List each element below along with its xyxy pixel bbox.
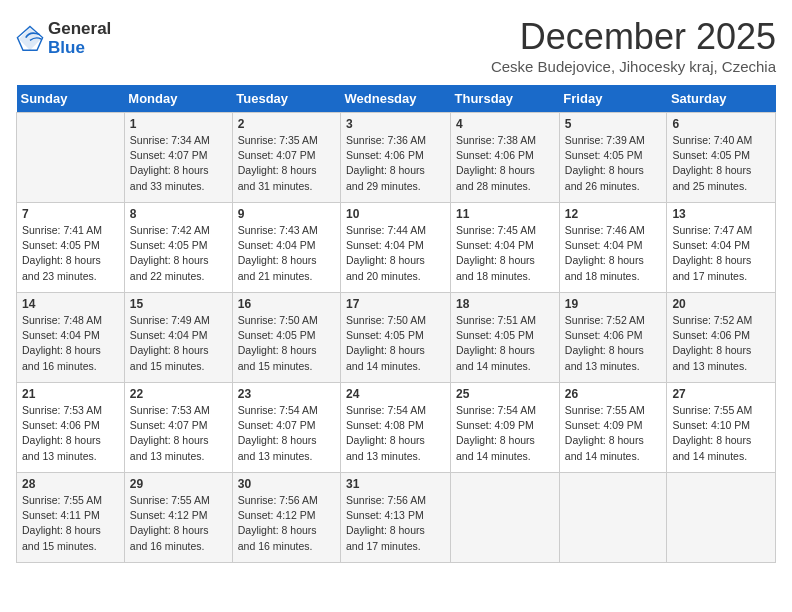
- calendar-cell: 14Sunrise: 7:48 AMSunset: 4:04 PMDayligh…: [17, 293, 125, 383]
- daylight-text: Daylight: 8 hours and 26 minutes.: [565, 163, 662, 193]
- day-number: 30: [238, 477, 335, 491]
- day-info: Sunrise: 7:55 AMSunset: 4:09 PMDaylight:…: [565, 403, 662, 464]
- calendar-week-3: 14Sunrise: 7:48 AMSunset: 4:04 PMDayligh…: [17, 293, 776, 383]
- weekday-header-tuesday: Tuesday: [232, 85, 340, 113]
- day-info: Sunrise: 7:39 AMSunset: 4:05 PMDaylight:…: [565, 133, 662, 194]
- daylight-text: Daylight: 8 hours and 28 minutes.: [456, 163, 554, 193]
- sunrise-text: Sunrise: 7:52 AM: [565, 313, 662, 328]
- sunrise-text: Sunrise: 7:55 AM: [130, 493, 227, 508]
- daylight-text: Daylight: 8 hours and 33 minutes.: [130, 163, 227, 193]
- sunrise-text: Sunrise: 7:51 AM: [456, 313, 554, 328]
- daylight-text: Daylight: 8 hours and 13 minutes.: [22, 433, 119, 463]
- calendar-week-4: 21Sunrise: 7:53 AMSunset: 4:06 PMDayligh…: [17, 383, 776, 473]
- calendar-cell: 25Sunrise: 7:54 AMSunset: 4:09 PMDayligh…: [451, 383, 560, 473]
- daylight-text: Daylight: 8 hours and 25 minutes.: [672, 163, 770, 193]
- sunset-text: Sunset: 4:06 PM: [565, 328, 662, 343]
- day-number: 24: [346, 387, 445, 401]
- sunset-text: Sunset: 4:05 PM: [22, 238, 119, 253]
- calendar-cell: 13Sunrise: 7:47 AMSunset: 4:04 PMDayligh…: [667, 203, 776, 293]
- logo-text: General Blue: [48, 20, 111, 57]
- sunrise-text: Sunrise: 7:54 AM: [238, 403, 335, 418]
- daylight-text: Daylight: 8 hours and 29 minutes.: [346, 163, 445, 193]
- calendar-cell: 15Sunrise: 7:49 AMSunset: 4:04 PMDayligh…: [124, 293, 232, 383]
- sunset-text: Sunset: 4:08 PM: [346, 418, 445, 433]
- day-info: Sunrise: 7:54 AMSunset: 4:09 PMDaylight:…: [456, 403, 554, 464]
- daylight-text: Daylight: 8 hours and 16 minutes.: [22, 343, 119, 373]
- sunrise-text: Sunrise: 7:47 AM: [672, 223, 770, 238]
- sunrise-text: Sunrise: 7:54 AM: [346, 403, 445, 418]
- sunrise-text: Sunrise: 7:42 AM: [130, 223, 227, 238]
- day-number: 27: [672, 387, 770, 401]
- day-info: Sunrise: 7:47 AMSunset: 4:04 PMDaylight:…: [672, 223, 770, 284]
- sunrise-text: Sunrise: 7:56 AM: [238, 493, 335, 508]
- main-title: December 2025: [491, 16, 776, 58]
- day-number: 5: [565, 117, 662, 131]
- day-info: Sunrise: 7:48 AMSunset: 4:04 PMDaylight:…: [22, 313, 119, 374]
- daylight-text: Daylight: 8 hours and 20 minutes.: [346, 253, 445, 283]
- sunset-text: Sunset: 4:04 PM: [565, 238, 662, 253]
- sunset-text: Sunset: 4:07 PM: [130, 418, 227, 433]
- calendar-cell: 2Sunrise: 7:35 AMSunset: 4:07 PMDaylight…: [232, 113, 340, 203]
- sunrise-text: Sunrise: 7:39 AM: [565, 133, 662, 148]
- sunset-text: Sunset: 4:10 PM: [672, 418, 770, 433]
- daylight-text: Daylight: 8 hours and 16 minutes.: [238, 523, 335, 553]
- sunrise-text: Sunrise: 7:55 AM: [565, 403, 662, 418]
- day-number: 19: [565, 297, 662, 311]
- calendar-cell: 17Sunrise: 7:50 AMSunset: 4:05 PMDayligh…: [341, 293, 451, 383]
- calendar-cell: 18Sunrise: 7:51 AMSunset: 4:05 PMDayligh…: [451, 293, 560, 383]
- calendar-table: SundayMondayTuesdayWednesdayThursdayFrid…: [16, 85, 776, 563]
- weekday-header-friday: Friday: [559, 85, 667, 113]
- day-number: 16: [238, 297, 335, 311]
- day-number: 29: [130, 477, 227, 491]
- day-info: Sunrise: 7:34 AMSunset: 4:07 PMDaylight:…: [130, 133, 227, 194]
- calendar-cell: 8Sunrise: 7:42 AMSunset: 4:05 PMDaylight…: [124, 203, 232, 293]
- sunrise-text: Sunrise: 7:54 AM: [456, 403, 554, 418]
- day-info: Sunrise: 7:54 AMSunset: 4:08 PMDaylight:…: [346, 403, 445, 464]
- sunrise-text: Sunrise: 7:49 AM: [130, 313, 227, 328]
- day-number: 17: [346, 297, 445, 311]
- sunrise-text: Sunrise: 7:53 AM: [130, 403, 227, 418]
- day-number: 10: [346, 207, 445, 221]
- day-info: Sunrise: 7:43 AMSunset: 4:04 PMDaylight:…: [238, 223, 335, 284]
- sunset-text: Sunset: 4:04 PM: [238, 238, 335, 253]
- sunrise-text: Sunrise: 7:36 AM: [346, 133, 445, 148]
- sunset-text: Sunset: 4:12 PM: [130, 508, 227, 523]
- day-number: 11: [456, 207, 554, 221]
- sunset-text: Sunset: 4:04 PM: [130, 328, 227, 343]
- day-number: 1: [130, 117, 227, 131]
- day-number: 6: [672, 117, 770, 131]
- weekday-header-wednesday: Wednesday: [341, 85, 451, 113]
- day-info: Sunrise: 7:45 AMSunset: 4:04 PMDaylight:…: [456, 223, 554, 284]
- sunset-text: Sunset: 4:11 PM: [22, 508, 119, 523]
- calendar-cell: [667, 473, 776, 563]
- day-number: 26: [565, 387, 662, 401]
- day-number: 3: [346, 117, 445, 131]
- day-number: 13: [672, 207, 770, 221]
- sunrise-text: Sunrise: 7:50 AM: [238, 313, 335, 328]
- sunset-text: Sunset: 4:07 PM: [238, 418, 335, 433]
- logo-blue-text: Blue: [48, 39, 111, 58]
- day-number: 2: [238, 117, 335, 131]
- day-info: Sunrise: 7:56 AMSunset: 4:12 PMDaylight:…: [238, 493, 335, 554]
- day-info: Sunrise: 7:36 AMSunset: 4:06 PMDaylight:…: [346, 133, 445, 194]
- day-info: Sunrise: 7:44 AMSunset: 4:04 PMDaylight:…: [346, 223, 445, 284]
- day-info: Sunrise: 7:51 AMSunset: 4:05 PMDaylight:…: [456, 313, 554, 374]
- calendar-cell: 3Sunrise: 7:36 AMSunset: 4:06 PMDaylight…: [341, 113, 451, 203]
- sunrise-text: Sunrise: 7:34 AM: [130, 133, 227, 148]
- calendar-cell: [559, 473, 667, 563]
- calendar-cell: 16Sunrise: 7:50 AMSunset: 4:05 PMDayligh…: [232, 293, 340, 383]
- sunset-text: Sunset: 4:04 PM: [672, 238, 770, 253]
- sunset-text: Sunset: 4:06 PM: [22, 418, 119, 433]
- day-info: Sunrise: 7:50 AMSunset: 4:05 PMDaylight:…: [346, 313, 445, 374]
- day-number: 12: [565, 207, 662, 221]
- day-info: Sunrise: 7:55 AMSunset: 4:11 PMDaylight:…: [22, 493, 119, 554]
- calendar-cell: 5Sunrise: 7:39 AMSunset: 4:05 PMDaylight…: [559, 113, 667, 203]
- day-number: 21: [22, 387, 119, 401]
- calendar-cell: 31Sunrise: 7:56 AMSunset: 4:13 PMDayligh…: [341, 473, 451, 563]
- day-info: Sunrise: 7:46 AMSunset: 4:04 PMDaylight:…: [565, 223, 662, 284]
- day-info: Sunrise: 7:41 AMSunset: 4:05 PMDaylight:…: [22, 223, 119, 284]
- calendar-cell: 9Sunrise: 7:43 AMSunset: 4:04 PMDaylight…: [232, 203, 340, 293]
- daylight-text: Daylight: 8 hours and 13 minutes.: [346, 433, 445, 463]
- calendar-cell: [17, 113, 125, 203]
- sunrise-text: Sunrise: 7:55 AM: [22, 493, 119, 508]
